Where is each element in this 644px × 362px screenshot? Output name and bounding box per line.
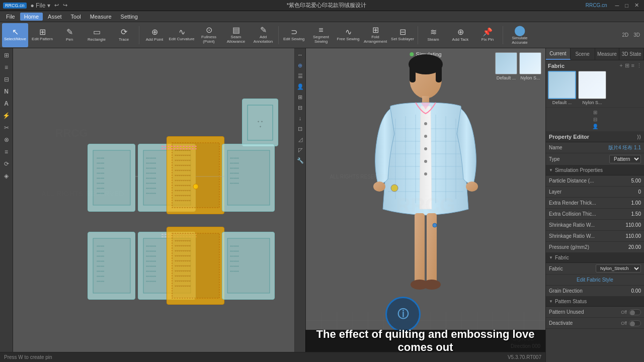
sidebar-icon-list[interactable]: ≡ — [2, 62, 12, 72]
pattern-piece-r2-1[interactable]: ♦♦♦♦♦♦♦♦♦♦♦♦ ♦♦♦♦♦♦♦♦♦♦♦♦ ♦♦♦♦♦♦♦♦♦♦♦♦ ♦… — [88, 232, 135, 300]
sidebar-icon-x[interactable]: ⊗ — [2, 135, 12, 145]
fabric-name-default: Default ... — [552, 100, 572, 105]
right-icon-1[interactable]: ⊞ — [593, 110, 597, 115]
tool-seam-allowance[interactable]: ▤ Seam Allowance — [223, 23, 249, 47]
minimize-btn[interactable]: ─ — [613, 3, 621, 9]
svg-text:♦♦♦♦♦♦♦: ♦♦♦♦♦♦♦ — [230, 171, 239, 174]
menu-setting[interactable]: Setting — [117, 13, 142, 21]
pe-deactivate-toggle[interactable] — [629, 320, 641, 326]
fabric-add-icon[interactable]: + — [619, 62, 622, 69]
tool-steam[interactable]: ≋ Steam — [420, 23, 446, 47]
fabric-list-icon[interactable]: ≡ — [631, 62, 634, 69]
menu-tool[interactable]: Tool — [67, 13, 85, 21]
ct-icon-menu[interactable]: ☰ — [296, 71, 305, 80]
fold-arrangement-label: Fold Arrangement — [362, 35, 388, 44]
close-btn[interactable]: ✕ — [632, 2, 641, 9]
tool-set-sublayer[interactable]: ⊟ Set Sublayer — [389, 23, 416, 47]
tool-rectangle[interactable]: ▭ Rectangle — [84, 23, 110, 47]
sim-props-title: Simulation Properties — [555, 167, 603, 173]
rtab-3dstate[interactable]: 3D State — [619, 48, 644, 60]
pattern-canvas[interactable]: RRCG ALL RIGHTS RESERVED ✦ ✦ ✦ — [13, 48, 294, 362]
fabric-more-icon[interactable]: ⋮ — [636, 62, 642, 69]
svg-text:♦♦♦♦♦♦♦♦: ♦♦♦♦♦♦♦♦ — [146, 275, 156, 278]
tool-simulate-accurate[interactable]: ⬤ Simulate Accurate — [505, 23, 534, 47]
tool-fullness[interactable]: ⊙ Fullness (Point) — [196, 23, 222, 47]
ct-icon-down[interactable]: ↓ — [296, 114, 305, 123]
sidebar-icon-lightning[interactable]: ⚡ — [2, 111, 12, 121]
fold-arrangement-icon: ⊞ — [372, 26, 379, 34]
pattern-area[interactable]: RRCG ALL RIGHTS RESERVED ✦ ✦ ✦ — [13, 48, 295, 362]
tool-pen[interactable]: ✎ Pen — [56, 23, 83, 47]
pattern-piece-r1-1[interactable]: ♦♦♦♦♦♦♦♦♦♦♦♦ ♦♦♦♦♦♦♦♦♦♦♦♦ ♦♦♦♦♦♦♦♦♦♦♦♦ ♦… — [88, 144, 135, 212]
pe-fabric-header[interactable]: ▼ Fabric — [546, 253, 644, 263]
rtab-current[interactable]: Current — [546, 48, 571, 60]
pe-status-header[interactable]: ▼ Pattern Status — [546, 297, 644, 307]
menu-home[interactable]: Home — [20, 13, 43, 21]
menu-asset[interactable]: Asset — [44, 13, 66, 21]
tool-trace[interactable]: ⟳ Trace — [111, 23, 137, 47]
pe-sim-props-header[interactable]: ▼ Simulation Properties — [546, 165, 644, 175]
fabric-thumb-default[interactable]: Default ... — [548, 71, 576, 105]
tool-segment-sewing[interactable]: ≡ Segment Sewing — [308, 23, 334, 47]
menu-measure[interactable]: Measure — [86, 13, 116, 21]
maximize-btn[interactable]: □ — [623, 3, 630, 9]
sidebar-icon-scissors[interactable]: ✂ — [2, 123, 12, 133]
pattern-piece-r1-4[interactable]: ♦♦♦♦♦♦♦♦♦♦♦♦♦♦ ♦♦♦♦♦♦♦♦♦♦♦♦♦♦ ♦♦♦♦♦♦♦♦♦♦… — [222, 144, 275, 212]
sidebar-icon-n[interactable]: N — [2, 86, 12, 97]
undo-btn[interactable]: ↩ — [54, 2, 59, 9]
pe-pattern-unused-toggle[interactable] — [629, 309, 641, 315]
swatch-nylon[interactable]: Nylon S... — [519, 52, 541, 80]
sidebar-icon-grid2[interactable]: ⊟ — [2, 74, 12, 84]
pe-type-select[interactable]: Pattern — [609, 155, 641, 163]
pattern-piece-r1-3[interactable]: ❤❤❤❤❤❤❤❤❤❤❤❤❤❤❤❤ ❤❤❤❤❤❤❤❤❤❤❤❤❤❤❤❤ ❤❤❤❤❤❤… — [167, 136, 224, 214]
menu-file[interactable]: File — [2, 13, 19, 21]
tool-add-tack[interactable]: ⊕ Add Tack — [447, 23, 473, 47]
pp-r2-3-inner: ❤❤❤❤❤❤❤❤❤❤❤❤❤❤❤❤ ❤❤❤❤❤❤❤❤❤❤❤❤❤❤❤❤ ❤❤❤❤❤❤… — [167, 227, 224, 304]
segment-sewing-label: Segment Sewing — [308, 35, 334, 44]
tool-select-move[interactable]: ↖ Select/Move — [2, 23, 28, 47]
ct-icon-grid[interactable]: ⊞ — [296, 93, 305, 102]
pattern-piece-r2-3[interactable]: ❤❤❤❤❤❤❤❤❤❤❤❤❤❤❤❤ ❤❤❤❤❤❤❤❤❤❤❤❤❤❤❤❤ ❤❤❤❤❤❤… — [167, 227, 224, 305]
tool-edit-pattern[interactable]: ⊞ Edit Pattern — [29, 23, 55, 47]
ct-icon-tri1[interactable]: ◿ — [296, 135, 305, 144]
ct-icon-person2[interactable]: 🔧 — [296, 156, 305, 165]
tool-fold-arrangement[interactable]: ⊞ Fold Arrangement — [362, 23, 388, 47]
swatch-default[interactable]: Default ... — [495, 52, 517, 80]
3d-view[interactable]: Simulating — [306, 48, 545, 362]
sidebar-icon-diamond[interactable]: ◈ — [2, 171, 12, 181]
ct-icon-minus[interactable]: ⊟ — [296, 103, 305, 112]
tool-free-sewing[interactable]: ∿ Free Sewing — [335, 23, 361, 47]
tool-edit-sewing[interactable]: ⊃ Edit Sewing — [281, 23, 307, 47]
ct-icon-person[interactable]: 👤 — [296, 82, 305, 91]
sidebar-icon-lines[interactable]: ≡ — [2, 147, 12, 157]
pattern-piece-r2-4[interactable]: ♦♦♦♦♦♦♦♦♦♦♦♦♦♦ ♦♦♦♦♦♦♦♦♦♦♦♦♦♦ ♦♦♦♦♦♦♦♦♦♦… — [222, 232, 275, 300]
pe-expand-icon[interactable]: ⟩⟩ — [637, 134, 641, 140]
fabric-thumb-nylon[interactable]: Nylon S... — [578, 71, 606, 105]
tool-edit-curvature[interactable]: ∿ Edit Curvature — [169, 23, 195, 47]
fabric-grid-icon[interactable]: ⊞ — [625, 62, 629, 69]
tool-fix-pin[interactable]: 📌 Fix Pin — [474, 23, 501, 47]
sidebar-icon-grid[interactable]: ⊞ — [2, 50, 12, 60]
sidebar-icon-rotate[interactable]: ⟳ — [2, 159, 12, 169]
rtab-measure[interactable]: Measure — [595, 48, 620, 60]
pattern-piece-top[interactable]: ✦ ✦ ✦ — [242, 99, 278, 146]
redo-btn[interactable]: ↪ — [63, 2, 67, 9]
ct-icon-tri2[interactable]: ◸ — [296, 145, 305, 154]
pe-edit-fabric-row[interactable]: Edit Fabric Style — [546, 275, 644, 286]
pe-edit-fabric-link[interactable]: Edit Fabric Style — [577, 277, 613, 283]
svg-text:♦♦♦♦♦♦♦: ♦♦♦♦♦♦♦ — [230, 176, 239, 179]
pe-shrinkage-w2-label: Shrinkage Ratio W... — [549, 233, 625, 239]
tool-add-point[interactable]: ⊕ Add Point — [141, 23, 168, 47]
svg-text:❤❤❤❤❤❤❤❤: ❤❤❤❤❤❤❤❤ — [175, 189, 191, 192]
pe-fabric-select[interactable]: Nylon_Stretch 135g — [596, 264, 641, 273]
sidebar-icon-a[interactable]: A — [2, 99, 12, 109]
pe-header: Property Editor ⟩⟩ — [546, 132, 644, 142]
file-menu-icon[interactable]: ● File ▾ — [31, 2, 50, 9]
ct-icon-box[interactable]: ⊡ — [296, 124, 305, 133]
right-icon-3[interactable]: 👤 — [592, 124, 598, 129]
ct-icon-zoom[interactable]: ⊕ — [296, 61, 305, 70]
tool-add-annotation[interactable]: ✎ Add Annotation — [250, 23, 276, 47]
right-icon-2[interactable]: ⊟ — [593, 117, 597, 122]
rtab-scene[interactable]: Scene — [571, 48, 595, 60]
ct-icon-move-h[interactable]: ↔ — [296, 50, 305, 59]
